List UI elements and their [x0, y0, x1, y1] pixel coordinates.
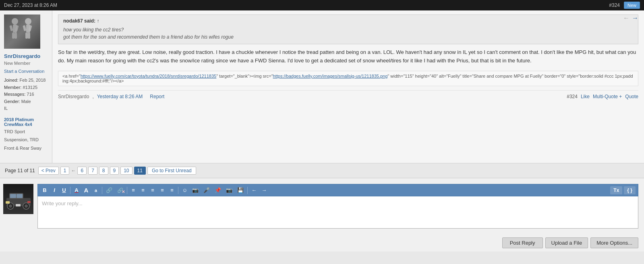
list-ol-button[interactable]: ≡: [148, 186, 157, 194]
source-button[interactable]: { }: [624, 186, 636, 194]
quote-link[interactable]: Quote: [625, 94, 638, 99]
gender-label: Gender:: [4, 99, 20, 104]
editor-body[interactable]: Write your reply...: [37, 196, 638, 229]
bold-button[interactable]: B: [40, 186, 49, 194]
camera-button[interactable]: 📷: [224, 186, 234, 194]
svg-rect-4: [12, 33, 14, 39]
svg-point-17: [9, 204, 12, 208]
nav-arrows: ← →: [623, 14, 638, 22]
toolbar-left: B I U A A a 🔗 🔗✕ ≡ ≡ ≡ ≡ ≡ ☺ 📷 🎤: [40, 186, 269, 195]
undo-button[interactable]: ←: [249, 186, 259, 194]
sig-link2[interactable]: https://badges.fuelly.com/images/smallsi…: [273, 74, 388, 78]
prev-post-arrow[interactable]: ←: [623, 14, 630, 22]
reply-avatar-image: [3, 184, 33, 214]
user-title: New Member: [4, 61, 30, 66]
remove-link-button[interactable]: 🔗✕: [115, 186, 125, 194]
indent-button[interactable]: ≡: [158, 186, 167, 194]
member-value: #13125: [23, 85, 37, 90]
reply-editor: B I U A A a 🔗 🔗✕ ≡ ≡ ≡ ≡ ≡ ☺ 📷 🎤: [37, 184, 638, 229]
quote-block: nodak67 said: ↑ how you liking the cc2 t…: [58, 14, 638, 44]
toolbar-separator-1: [70, 187, 70, 194]
start-conversation-link[interactable]: Start a Conversation: [4, 69, 44, 74]
post-footer-left: SnrDisregardo, Yesterday at 8:26 AM Repo…: [58, 94, 164, 99]
save-draft-button[interactable]: 💾: [235, 186, 246, 194]
svg-point-0: [12, 18, 18, 25]
svg-rect-8: [23, 25, 26, 31]
post-timestamp-link[interactable]: Yesterday at 8:26 AM: [97, 94, 143, 99]
image-button[interactable]: 📷: [190, 186, 201, 194]
page-btn-9[interactable]: 9: [110, 167, 119, 175]
post-footer-right: #324 Like Multi-Quote + Quote: [567, 94, 638, 99]
prev-page-button[interactable]: < Prev: [38, 167, 59, 175]
avatar: [4, 14, 40, 49]
location: IL: [4, 106, 8, 111]
page-btn-6[interactable]: 6: [77, 167, 87, 175]
user-specs-line1: TRD Sport: [4, 128, 25, 135]
page-btn-1[interactable]: 1: [60, 167, 70, 175]
font-size-up-button[interactable]: A: [82, 186, 91, 195]
page-btn-7[interactable]: 7: [88, 167, 97, 175]
page-btn-8[interactable]: 8: [99, 167, 108, 175]
emoji-button[interactable]: ☺: [180, 186, 189, 194]
quote-line1: how you liking the cc2 tires?: [63, 26, 633, 33]
page-btn-11-current[interactable]: 11: [134, 167, 146, 175]
like-link[interactable]: Like: [581, 94, 590, 99]
username[interactable]: SnrDisregardo: [4, 53, 40, 59]
quote-attribution: nodak67 said: ↑: [63, 18, 633, 24]
user-specs-line3: Front & Rear Sway: [4, 145, 41, 152]
toolbar-separator-3: [127, 187, 127, 194]
timestamp: Dec 27, 2023 at 8:26 AM: [4, 2, 57, 8]
redo-button[interactable]: →: [259, 186, 269, 194]
sig-block: <a href="https://www.fuelly.com/car/toyo…: [58, 71, 638, 86]
page-info: Page 11 of 11: [5, 168, 35, 173]
font-size-dn-button[interactable]: a: [91, 187, 100, 194]
svg-rect-14: [10, 194, 16, 198]
svg-rect-10: [25, 33, 28, 39]
svg-rect-21: [27, 201, 31, 203]
next-post-arrow[interactable]: →: [632, 14, 638, 22]
messages-label: Messages:: [4, 92, 25, 97]
editor-placeholder: Write your reply...: [42, 200, 83, 206]
clear-format-button[interactable]: Tx: [610, 186, 622, 194]
list-ul-button[interactable]: ≡: [139, 186, 147, 194]
post-reply-button[interactable]: Post Reply: [502, 237, 543, 248]
font-color-button[interactable]: A: [72, 186, 81, 194]
multiquote-link[interactable]: Multi-Quote +: [593, 94, 622, 99]
upload-file-button[interactable]: Upload a File: [545, 237, 588, 248]
user-vehicle: 2018 Platinum CrewMax 4x4: [4, 117, 48, 127]
attachment-button[interactable]: 📌: [213, 186, 223, 194]
align-button[interactable]: ≡: [129, 186, 138, 194]
messages-value: 716: [27, 92, 34, 97]
svg-rect-5: [14, 33, 17, 39]
svg-rect-22: [16, 204, 21, 206]
underline-button[interactable]: U: [60, 186, 68, 194]
more-options-button[interactable]: More Options...: [590, 237, 638, 248]
editor-toolbar: B I U A A a 🔗 🔗✕ ≡ ≡ ≡ ≡ ≡ ☺ 📷 🎤: [37, 184, 638, 196]
report-link[interactable]: Report: [150, 94, 164, 99]
pagination-bar: Page 11 of 11 < Prev 1 ← 6 7 8 9 10 11 G…: [0, 163, 644, 178]
reply-area: B I U A A a 🔗 🔗✕ ≡ ≡ ≡ ≡ ≡ ☺ 📷 🎤: [0, 178, 644, 234]
toolbar-right: Tx { }: [610, 186, 636, 194]
svg-rect-11: [28, 33, 30, 39]
toolbar-separator-2: [102, 187, 102, 194]
media-button[interactable]: 🎤: [201, 186, 212, 194]
go-first-unread-button[interactable]: Go to First Unread: [147, 167, 196, 175]
quote-line2: got them for the son and recommended the…: [63, 33, 633, 41]
member-label: Member:: [4, 85, 21, 90]
post-reply-footer: Post Reply Upload a File More Options...: [0, 234, 644, 252]
post-text: So far in the wet/dry, they are great. L…: [58, 48, 638, 65]
ellipsis: ←: [71, 168, 76, 173]
gender-value: Male: [21, 99, 31, 104]
new-badge[interactable]: New: [624, 2, 640, 9]
outdent-button[interactable]: ≡: [168, 186, 176, 194]
post-author-footer: SnrDisregardo: [58, 94, 89, 99]
sig-link1[interactable]: https://www.fuelly.com/car/toyota/tundra…: [81, 74, 216, 78]
reply-avatar: [3, 184, 33, 214]
insert-link-button[interactable]: 🔗: [104, 186, 114, 194]
italic-button[interactable]: I: [50, 186, 59, 194]
user-specs-line2: Suspension, TRD: [4, 136, 39, 143]
toolbar-separator-5: [247, 187, 248, 194]
joined-label: Joined:: [4, 78, 18, 82]
top-bar: Dec 27, 2023 at 8:26 AM #324 New: [0, 0, 644, 10]
page-btn-10[interactable]: 10: [120, 167, 132, 175]
